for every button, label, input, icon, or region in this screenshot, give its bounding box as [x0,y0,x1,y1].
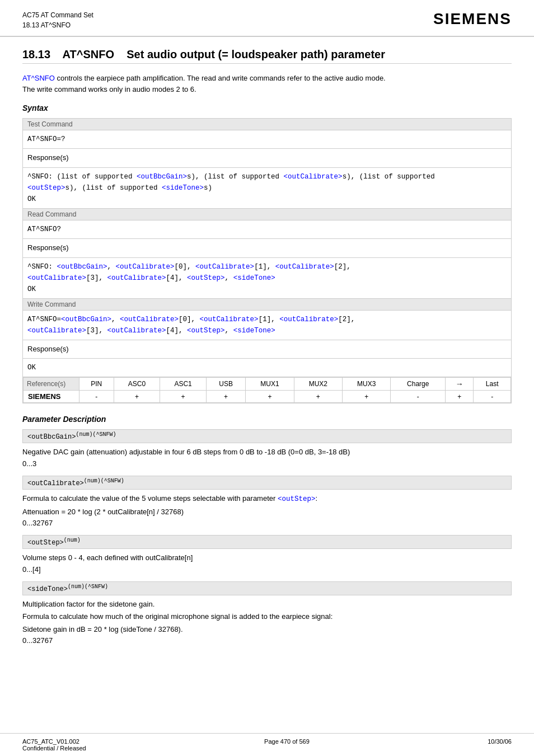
write-command-line: AT^SNFO=<outBbcGain>, <outCalibrate>[0],… [27,314,507,336]
section-desc: Set audio output (= loudspeaker path) pa… [127,48,385,60]
param-sidetone-desc2: Formula to calculate how much of the ori… [22,611,512,622]
siemens-logo: SIEMENS [433,10,512,28]
command-blocks: Test Command AT^SNFO=? Response(s) ^SNFO… [22,118,512,403]
page-footer: AC75_ATC_V01.002 Confidential / Released… [0,733,534,756]
ref-col-pin: PIN [79,378,114,391]
doc-title: AC75 AT Command Set [22,10,93,20]
ref-val-arrow: + [446,391,474,403]
test-ok: OK [27,194,507,205]
read-response-body: ^SNFO: <outBbcGain>, <outCalibrate>[0], … [23,258,511,299]
param-sidetone-header: <sideTone>(num)(^SNFW) [22,581,512,595]
ref-col-mux2: MUX2 [294,378,342,391]
ref-val-charge: - [391,391,446,403]
read-command-body: AT^SNFO? [23,220,511,239]
write-command-body: AT^SNFO=<outBbcGain>, <outCalibrate>[0],… [23,311,511,340]
param-outstep-header: <outStep>(num) [22,535,512,549]
ref-value-label: SIEMENS [24,391,79,403]
ref-col-charge: Charge [391,378,446,391]
read-command-line: AT^SNFO? [27,224,507,235]
test-command-header: Test Command [23,119,511,130]
write-response-label: Response(s) [23,340,511,359]
param-outbbcgain: <outBbcGain>(num)(^SNFW) Negative DAC ga… [22,429,512,468]
param-outbbcgain-range: 0...3 [22,459,512,468]
ref-val-last: - [474,391,511,403]
ref-val-mux3: + [343,391,391,403]
ref-label: Reference(s) [24,378,79,391]
ref-col-mux1: MUX1 [246,378,294,391]
param-outbbcgain-desc: Negative DAC gain (attenuation) adjustab… [22,447,512,458]
ref-val-asc0: + [114,391,160,403]
test-command-body: AT^SNFO=? [23,130,511,149]
section-title: 18.13 AT^SNFO Set audio output (= loudsp… [22,48,512,64]
param-outstep-range: 0...[4] [22,565,512,574]
param-outstep-desc: Volume steps 0 - 4, each defined with ou… [22,552,512,564]
intro-text3: The write command works only in audio mo… [22,85,196,93]
ref-val-usb: + [206,391,245,403]
ref-col-last: Last [474,378,511,391]
param-sidetone-desc3: Sidetone gain in dB = 20 * log (sideTone… [22,624,512,635]
page-header: AC75 AT Command Set 18.13 AT^SNFO SIEMEN… [0,0,534,37]
footer-center: Page 470 of 569 [264,738,310,752]
ref-col-mux3: MUX3 [343,378,391,391]
ref-val-mux1: + [246,391,294,403]
param-outbbcgain-header: <outBbcGain>(num)(^SNFW) [22,429,512,443]
intro-paragraph: AT^SNFO controls the earpiece path ampli… [22,73,512,95]
footer-date: 10/30/06 [488,738,512,745]
parameter-description-section: Parameter Description <outBbcGain>(num)(… [22,415,512,645]
header-left: AC75 AT Command Set 18.13 AT^SNFO [22,10,93,30]
param-outcalibrate: <outCalibrate>(num)(^SNFW) Formula to ca… [22,476,512,527]
read-response-text: ^SNFO: <outBbcGain>, <outCalibrate>[0], … [27,261,507,284]
ref-val-mux2: + [294,391,342,403]
main-content: 18.13 AT^SNFO Set audio output (= loudsp… [0,37,534,669]
ref-col-asc0: ASC0 [114,378,160,391]
footer-confidential: Confidential / Released [22,745,86,752]
test-response-text: ^SNFO: (list of supported <outBbcGain>s)… [27,171,507,194]
read-command-header: Read Command [23,209,511,220]
ref-val-asc1: + [160,391,207,403]
param-outcalibrate-header: <outCalibrate>(num)(^SNFW) [22,476,512,490]
footer-doc-id: AC75_ATC_V01.002 [22,738,86,745]
param-outcalibrate-desc2: Attenuation = 20 * log (2 * outCalibrate… [22,506,512,518]
section-ref: 18.13 AT^SNFO [22,20,93,30]
section-number: 18.13 [22,48,50,60]
test-response-label: Response(s) [23,149,511,168]
footer-right: 10/30/06 [488,738,512,752]
param-outcalibrate-range: 0...32767 [22,519,512,527]
param-sidetone: <sideTone>(num)(^SNFW) Multiplication fa… [22,581,512,645]
write-ok: OK [27,362,507,373]
write-command-header: Write Command [23,299,511,311]
param-desc-heading: Parameter Description [22,415,512,424]
param-outstep: <outStep>(num) Volume steps 0 - 4, each … [22,535,512,574]
ref-col-asc1: ASC1 [160,378,207,391]
test-command-line: AT^SNFO=? [27,134,507,145]
param-sidetone-range: 0...32767 [22,636,512,645]
syntax-heading: Syntax [22,104,512,112]
read-response-label: Response(s) [23,239,511,258]
section-command: AT^SNFO [63,48,114,60]
param-outcalibrate-desc1: Formula to calculate the value of the 5 … [22,493,512,505]
test-response-body: ^SNFO: (list of supported <outBbcGain>s)… [23,168,511,209]
read-ok: OK [27,284,507,295]
reference-table: Reference(s) PIN ASC0 ASC1 USB MUX1 MUX2… [23,377,511,403]
intro-text2: controls the earpiece path amplification… [55,74,386,82]
param-sidetone-desc1: Multiplication factor for the sidetone g… [22,599,512,610]
intro-link[interactable]: AT^SNFO [22,74,55,82]
ref-col-usb: USB [206,378,245,391]
footer-left: AC75_ATC_V01.002 Confidential / Released [22,738,86,752]
write-ok-body: OK [23,359,511,377]
footer-page: Page 470 of 569 [264,738,310,745]
ref-val-pin: - [79,391,114,403]
ref-col-arrow: → [446,378,474,391]
